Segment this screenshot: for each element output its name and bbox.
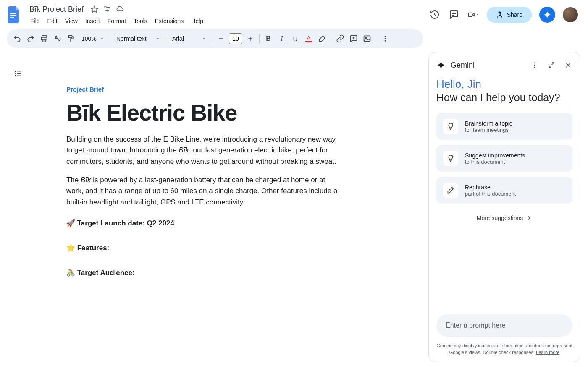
menu-edit[interactable]: Edit (44, 16, 61, 26)
menubar: File Edit View Insert Format Tools Exten… (27, 16, 424, 26)
more-suggestions-label: More suggestions (477, 215, 523, 221)
zoom-select[interactable]: 100% (78, 34, 108, 44)
redo-button[interactable] (24, 32, 37, 45)
highlight-button[interactable] (316, 32, 328, 45)
history-icon[interactable] (429, 9, 441, 21)
gemini-spark-icon (436, 60, 446, 70)
lightbulb-icon (443, 119, 458, 134)
document-title[interactable]: Bīk Project Brief (27, 4, 86, 15)
svg-point-19 (385, 38, 386, 39)
prompt-placeholder: Enter a prompt here (446, 322, 505, 329)
share-label: Share (507, 11, 522, 18)
font-size-decrease[interactable] (215, 32, 227, 45)
sidebar-greeting-2: How can I help you today? (436, 92, 572, 104)
sidebar-body: Hello, Jin How can I help you today? Bra… (429, 76, 580, 309)
insert-image-button[interactable] (361, 32, 373, 45)
suggestion-improve[interactable]: Suggest improvements to this document (436, 145, 572, 172)
underline-button[interactable]: U (289, 32, 302, 45)
suggestion-title: Brainstorm a topic (465, 120, 512, 127)
paint-format-button[interactable] (65, 32, 77, 45)
document-heading[interactable]: Bīk Electric Bike (66, 100, 340, 126)
sidebar-title: Gemini (451, 61, 524, 70)
menu-file[interactable]: File (27, 16, 43, 26)
gemini-button[interactable] (539, 7, 555, 23)
suggestion-subtitle: to this document (465, 159, 525, 165)
font-select[interactable]: Arial (169, 34, 209, 44)
document-canvas[interactable]: Project Brief Bīk Electric Bike Building… (0, 52, 428, 367)
more-suggestions-button[interactable]: More suggestions (436, 209, 572, 225)
bold-button[interactable]: B (262, 32, 275, 45)
menu-view[interactable]: View (62, 16, 81, 26)
undo-button[interactable] (11, 32, 24, 45)
sidebar-expand-icon[interactable] (546, 59, 557, 71)
sidebar-footer: Enter a prompt here Gemini may display i… (429, 309, 580, 362)
suggestion-title: Rephrase (465, 184, 516, 191)
zoom-value: 100% (81, 35, 97, 42)
menu-insert[interactable]: Insert (82, 16, 103, 26)
more-toolbar-button[interactable] (379, 32, 391, 45)
meet-button[interactable] (467, 9, 479, 21)
svg-point-26 (15, 76, 16, 76)
paragraph-style-select[interactable]: Normal text (113, 34, 163, 44)
sidebar-close-icon[interactable] (562, 59, 574, 71)
sidebar-greeting-1: Hello, Jin (436, 78, 572, 91)
suggestion-brainstorm[interactable]: Brainstorm a topic for team meetings (436, 113, 572, 140)
font-size-increase[interactable] (244, 32, 257, 45)
account-avatar[interactable] (563, 7, 578, 22)
title-area: Bīk Project Brief File Edit View Insert … (27, 3, 424, 26)
main: Project Brief Bīk Electric Bike Building… (0, 52, 588, 367)
title-actions: Share (429, 7, 581, 23)
menu-format[interactable]: Format (104, 16, 129, 26)
title-row: Bīk Project Brief (27, 3, 424, 15)
paragraph-2[interactable]: The Bīk is powered by a last-generation … (66, 175, 340, 208)
outline-toggle-icon[interactable] (12, 67, 24, 80)
svg-rect-10 (68, 36, 72, 38)
sidebar-disclaimer: Gemini may display inaccurate informatio… (436, 343, 572, 356)
print-button[interactable] (38, 32, 50, 45)
pencil-icon (443, 183, 458, 198)
suggestion-rephrase[interactable]: Rephrase part of this document (436, 177, 572, 204)
star-icon[interactable] (90, 5, 99, 13)
svg-point-6 (499, 12, 501, 14)
suggestion-subtitle: part of this document (465, 191, 516, 197)
menu-tools[interactable]: Tools (130, 16, 151, 26)
font-size-input[interactable] (229, 33, 242, 44)
sidebar-header: Gemini (429, 52, 580, 76)
learn-more-link[interactable]: Learn more (536, 350, 559, 355)
docs-logo[interactable] (7, 5, 22, 25)
text-color-button[interactable]: A (302, 32, 315, 45)
features-line[interactable]: ⭐ Features: (66, 244, 340, 252)
share-button[interactable]: Share (487, 7, 532, 23)
menu-extensions[interactable]: Extensions (152, 16, 187, 26)
paragraph-1[interactable]: Building on the success of the E Bike Li… (66, 134, 340, 167)
svg-rect-2 (10, 17, 14, 18)
launch-date-line[interactable]: 🚀 Target Launch date: Q2 2024 (66, 219, 340, 228)
menu-help[interactable]: Help (188, 16, 207, 26)
svg-rect-0 (10, 13, 16, 14)
font-value: Arial (172, 35, 184, 42)
svg-rect-16 (364, 36, 370, 41)
add-comment-button[interactable] (347, 32, 360, 45)
font-size-control (215, 32, 257, 45)
svg-rect-1 (10, 15, 16, 16)
svg-point-18 (385, 36, 386, 37)
svg-point-27 (534, 62, 536, 63)
document-page[interactable]: Project Brief Bīk Electric Bike Building… (38, 60, 381, 317)
audience-line[interactable]: 🚴 Target Audience: (66, 268, 340, 277)
toolbar-wrap: 100% Normal text Arial B I U A (0, 26, 588, 48)
italic-button[interactable]: I (276, 32, 288, 45)
prompt-input[interactable]: Enter a prompt here (436, 314, 572, 337)
cloud-status-icon[interactable] (116, 5, 124, 13)
spellcheck-button[interactable] (51, 32, 64, 45)
gemini-sidebar: Gemini Hello, Jin How can I help you tod… (428, 52, 580, 362)
svg-point-20 (385, 40, 386, 42)
titlebar: Bīk Project Brief File Edit View Insert … (0, 0, 588, 26)
move-icon[interactable] (103, 5, 111, 13)
suggestion-subtitle: for team meetings (465, 127, 512, 133)
link-button[interactable] (334, 32, 346, 45)
paragraph-style-value: Normal text (116, 35, 147, 42)
comments-icon[interactable] (448, 9, 460, 21)
sidebar-more-icon[interactable] (529, 59, 541, 71)
subheading[interactable]: Project Brief (66, 86, 340, 93)
svg-point-25 (15, 73, 16, 74)
